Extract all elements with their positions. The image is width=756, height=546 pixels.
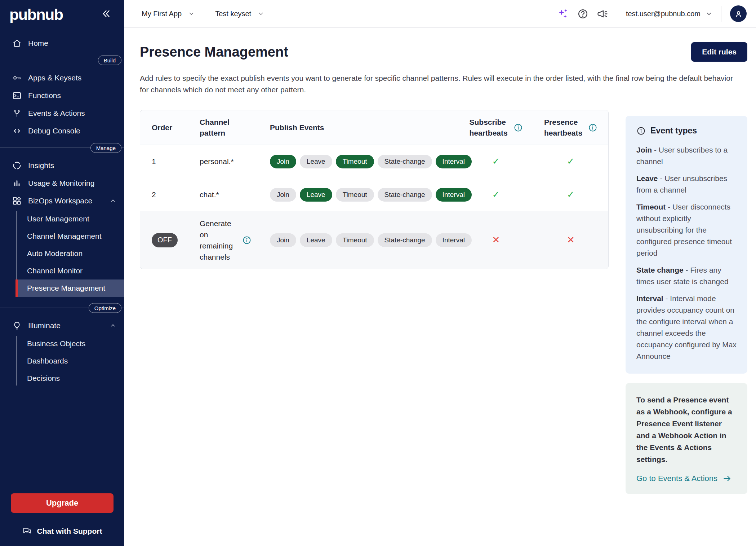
chat-with-support-label: Chat with Support (37, 527, 102, 536)
sidebar-section-divider: Optimize (0, 308, 124, 308)
sparkles-icon[interactable] (557, 8, 569, 19)
col-header-publish-events: Publish Events (270, 123, 459, 132)
event-type-term: Interval (636, 294, 663, 303)
check-icon: ✓ (492, 156, 500, 167)
rule-order: 2 (152, 190, 156, 199)
sidebar-item-insights[interactable]: Insights (0, 157, 124, 174)
sidebar-item-auto-moderation[interactable]: Auto Moderation (0, 245, 124, 262)
sidebar-item-events-actions[interactable]: Events & Actions (0, 104, 124, 122)
sidebar-item-channel-management[interactable]: Channel Management (0, 228, 124, 245)
sidebar-item-bizops-workspace[interactable]: BizOps Workspace (0, 192, 124, 210)
rule-order-cell: OFF (140, 233, 187, 247)
topbar: My First App Test keyset test.user@pu (124, 0, 756, 28)
section-badge-optimize: Optimize (89, 303, 121, 313)
sidebar-item-label: Usage & Monitoring (28, 179, 94, 188)
avatar[interactable] (730, 5, 747, 22)
app-selector[interactable]: My First App (142, 10, 195, 18)
sidebar-item-functions[interactable]: Functions (0, 87, 124, 104)
sidebar-item-usage-monitoring[interactable]: Usage & Monitoring (0, 174, 124, 192)
event-type-entry: Leave - User unsubscribes from a channel (636, 173, 737, 196)
sidebar: pubnub HomeBuildApps & KeysetsFunctionsE… (0, 0, 124, 546)
rule-pattern: personal.* (200, 157, 234, 166)
sidebar-item-business-objects[interactable]: Business Objects (0, 335, 124, 352)
upgrade-button[interactable]: Upgrade (11, 493, 114, 513)
topbar-divider (617, 6, 617, 22)
sidebar-item-home[interactable]: Home (0, 34, 124, 52)
info-icon[interactable] (242, 235, 252, 245)
check-icon: ✓ (567, 189, 575, 200)
webhook-info-text: To send a Presence event as a Webhook, c… (636, 394, 737, 465)
section-badge-build: Build (98, 55, 121, 65)
help-icon[interactable] (577, 8, 588, 19)
event-pill-leave: Leave (300, 233, 332, 247)
presence-heartbeat-status: ✓ (567, 156, 575, 167)
col-header-order: Order (140, 123, 187, 132)
off-badge: OFF (152, 233, 178, 247)
section-badge-manage: Manage (90, 143, 121, 153)
subscribe-heartbeat-status: ✓ (492, 189, 500, 200)
check-icon: ✓ (567, 156, 575, 167)
info-icon[interactable] (513, 123, 523, 132)
topbar-right: test.user@pubnub.com (557, 5, 747, 22)
topbar-divider (721, 6, 721, 22)
user-email: test.user@pubnub.com (626, 10, 701, 18)
sidebar-item-debug-console[interactable]: Debug Console (0, 122, 124, 140)
sidebar-item-decisions[interactable]: Decisions (0, 370, 124, 387)
rule-pattern: chat.* (200, 190, 219, 199)
event-pill-join: Join (270, 188, 296, 202)
sidebar-item-dashboards[interactable]: Dashboards (0, 352, 124, 370)
keyset-selector[interactable]: Test keyset (215, 10, 264, 18)
publish-events-cell: JoinLeaveTimeoutState-changeInterval (270, 155, 459, 168)
sidebar-bottom: Upgrade Chat with Support (0, 493, 124, 546)
event-type-term: Join (636, 146, 652, 154)
event-pill-join: Join (270, 233, 296, 247)
sidebar-section-divider: Manage (0, 147, 124, 148)
event-pill-timeout: Timeout (336, 188, 374, 202)
person-icon (734, 9, 743, 18)
sidebar-item-channel-monitor[interactable]: Channel Monitor (0, 262, 124, 279)
page-header: Presence Management Edit rules (140, 42, 747, 62)
event-type-term: Timeout (636, 203, 666, 211)
event-pill-interval: Interval (436, 188, 472, 202)
grid-icon (12, 196, 22, 206)
sidebar-item-label: Functions (28, 91, 61, 100)
presence-heartbeat-status: ✕ (567, 234, 575, 246)
arrow-right-icon (722, 474, 732, 483)
go-to-events-actions-link[interactable]: Go to Events & Actions (636, 474, 737, 483)
sidebar-item-illuminate[interactable]: Illuminate (0, 317, 124, 334)
info-icon[interactable] (588, 123, 597, 132)
chat-with-support-button[interactable]: Chat with Support (0, 527, 124, 536)
webhook-info-panel: To send a Presence event as a Webhook, c… (626, 383, 747, 494)
col-header-subscribe-heartbeats: Subscribe heartbeats (470, 117, 523, 138)
table-row: 1personal.*JoinLeaveTimeoutState-changeI… (140, 145, 608, 178)
sidebar-nav: HomeBuildApps & KeysetsFunctionsEvents &… (0, 34, 124, 390)
user-account-menu[interactable]: test.user@pubnub.com (626, 10, 712, 18)
rule-order-cell: 2 (140, 190, 187, 199)
edit-rules-button[interactable]: Edit rules (691, 42, 747, 62)
event-pill-state-change: State-change (378, 188, 432, 202)
sidebar-item-presence-management[interactable]: Presence Management (15, 279, 124, 297)
content: Presence Management Edit rules Add rules… (124, 28, 756, 546)
rule-pattern-cell: Generate on remaining channels (187, 218, 270, 263)
event-pill-leave: Leave (300, 188, 332, 202)
sidebar-item-user-management[interactable]: User Management (0, 210, 124, 228)
app-selector-label: My First App (142, 10, 182, 18)
keyset-selector-label: Test keyset (215, 10, 251, 18)
event-pill-state-change: State-change (378, 155, 432, 168)
event-pill-leave: Leave (300, 155, 332, 168)
sidebar-item-label: Illuminate (28, 321, 61, 330)
event-pill-interval: Interval (436, 155, 472, 168)
event-pill-state-change: State-change (378, 233, 432, 247)
key-icon (12, 73, 22, 83)
megaphone-icon[interactable] (597, 8, 608, 19)
insights-icon (12, 161, 22, 170)
rule-order-cell: 1 (140, 157, 187, 166)
code-icon (12, 126, 22, 136)
chevron-down-icon (188, 10, 195, 17)
sidebar-item-apps-keysets[interactable]: Apps & Keysets (0, 69, 124, 87)
bulb-icon (12, 321, 22, 330)
sidebar-subgroup-illuminate: Business ObjectsDashboardsDecisions (0, 334, 124, 390)
check-icon: ✓ (492, 189, 500, 200)
event-types-title: Event types (650, 126, 697, 136)
sidebar-collapse-icon[interactable] (101, 9, 111, 19)
